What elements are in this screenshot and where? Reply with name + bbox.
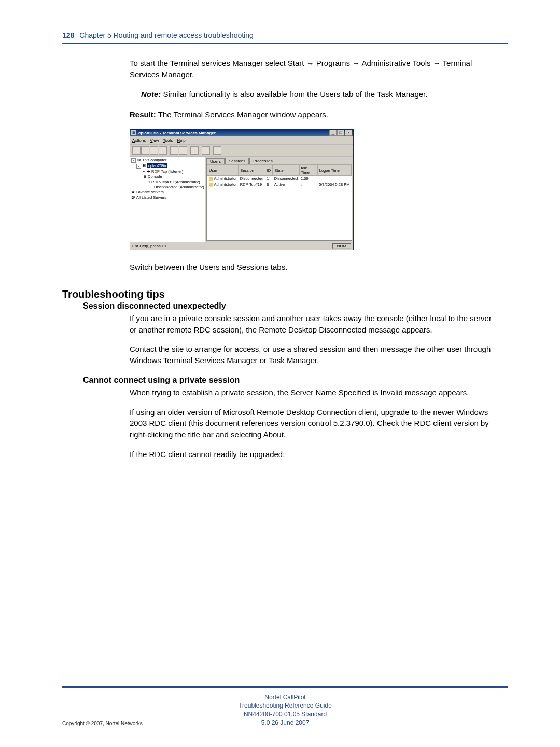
- table-row[interactable]: Administrator RDP-Tcp#19 8 Active . 5/3/…: [207, 182, 352, 187]
- tree-root[interactable]: This computer: [142, 158, 167, 162]
- tree-collapse-icon[interactable]: -: [131, 158, 136, 163]
- note-text: Similar functionality is also available …: [161, 90, 427, 99]
- footer-line2: Troubleshooting Reference Guide: [62, 701, 508, 710]
- tree-node[interactable]: RDP-Tcp (listener): [151, 169, 183, 174]
- user-icon: [209, 177, 213, 181]
- status-numlock: NUM: [332, 243, 351, 249]
- col-logon[interactable]: Logon Time: [317, 165, 351, 176]
- paragraph: When trying to establish a private sessi…: [130, 387, 498, 398]
- tree-all-servers[interactable]: All Listed Servers: [136, 195, 166, 200]
- status-help-text: For Help, press F1: [132, 244, 166, 248]
- col-idle[interactable]: Idle Time: [299, 165, 317, 176]
- status-bar: For Help, press F1 NUM: [130, 242, 353, 250]
- terminal-services-manager-window: ▦ cplab239a - Terminal Services Manager …: [130, 129, 354, 250]
- menu-view[interactable]: View: [150, 138, 159, 143]
- toolbar: [130, 145, 353, 157]
- menu-actions[interactable]: Actions: [132, 138, 146, 143]
- chapter-title: Chapter 5 Routing and remote access trou…: [79, 31, 253, 39]
- toolbar-button[interactable]: [159, 146, 167, 155]
- tab-users[interactable]: Users: [206, 158, 225, 164]
- page-header: 128 Chapter 5 Routing and remote access …: [62, 31, 508, 44]
- footer-line1: Nortel CallPilot: [62, 693, 508, 701]
- tree-node[interactable]: RDP-Tcp#19 (Administrator): [151, 179, 200, 184]
- tree-node[interactable]: Disconnected (Administrator): [154, 185, 204, 189]
- app-icon: ▦: [131, 130, 136, 135]
- note-label: Note:: [141, 90, 161, 99]
- col-id[interactable]: ID: [265, 165, 273, 176]
- toolbar-button[interactable]: [190, 146, 199, 155]
- paragraph: If using an older version of Microsoft R…: [130, 407, 498, 440]
- tree-node[interactable]: Console: [148, 174, 162, 179]
- col-user[interactable]: User: [207, 165, 239, 176]
- user-icon: [209, 183, 213, 187]
- tab-processes[interactable]: Processes: [249, 158, 276, 164]
- close-button[interactable]: ×: [345, 130, 352, 136]
- toolbar-button[interactable]: [202, 146, 210, 155]
- toolbar-button[interactable]: [141, 146, 149, 155]
- paragraph-switch-tabs: Switch between the Users and Sessions ta…: [130, 261, 498, 273]
- page-number: 128: [62, 31, 74, 39]
- users-grid[interactable]: User Session ID State Idle Time Logon Ti…: [206, 164, 352, 241]
- tree-server-selected[interactable]: cplab239a: [147, 163, 167, 168]
- server-tree[interactable]: -🖳 This computer -🖥 cplab239a ⋯➔ RDP-Tcp…: [130, 157, 205, 242]
- window-title: cplab239a - Terminal Services Manager: [138, 131, 329, 135]
- toolbar-button[interactable]: [150, 146, 158, 155]
- heading-session-disconnected: Session disconnected unexpectedly: [83, 301, 498, 311]
- minimize-button[interactable]: _: [329, 130, 337, 136]
- toolbar-button[interactable]: [132, 146, 141, 155]
- menu-bar: Actions View Tools Help: [130, 136, 353, 145]
- note-block: Note: Similar functionality is also avai…: [141, 89, 498, 100]
- result-label: Result:: [130, 110, 156, 119]
- col-session[interactable]: Session: [239, 165, 265, 176]
- maximize-button[interactable]: □: [337, 130, 344, 136]
- paragraph: Contact the site to arrange for access, …: [130, 343, 498, 366]
- result-block: Result: The Terminal Services Manager wi…: [130, 109, 498, 120]
- toolbar-button[interactable]: [170, 146, 178, 155]
- window-titlebar[interactable]: ▦ cplab239a - Terminal Services Manager …: [130, 129, 353, 136]
- tab-sessions[interactable]: Sessions: [225, 158, 249, 164]
- footer-line3: NN44200-700 01.05 Standard: [62, 710, 508, 718]
- result-text: The Terminal Services Manager window app…: [156, 110, 328, 119]
- menu-help[interactable]: Help: [177, 138, 185, 143]
- page-footer: Nortel CallPilot Troubleshooting Referen…: [62, 686, 508, 726]
- table-row[interactable]: Administrator Disconnected 1 Disconnecte…: [207, 176, 352, 182]
- menu-tools[interactable]: Tools: [163, 138, 173, 143]
- tree-collapse-icon[interactable]: -: [136, 164, 141, 169]
- toolbar-button[interactable]: [179, 146, 187, 155]
- paragraph: If you are in a private console session …: [130, 313, 498, 336]
- toolbar-button[interactable]: [213, 146, 221, 155]
- heading-cannot-connect-private: Cannot connect using a private session: [83, 376, 498, 385]
- heading-troubleshooting-tips: Troubleshooting tips: [62, 288, 498, 300]
- paragraph-start-instructions: To start the Terminal services Manager s…: [130, 58, 498, 80]
- tabs: Users Sessions Processes: [205, 157, 353, 164]
- col-state[interactable]: State: [273, 165, 299, 176]
- tree-favorites[interactable]: Favorite servers: [136, 190, 164, 195]
- paragraph: If the RDC client cannot readily be upgr…: [130, 449, 498, 460]
